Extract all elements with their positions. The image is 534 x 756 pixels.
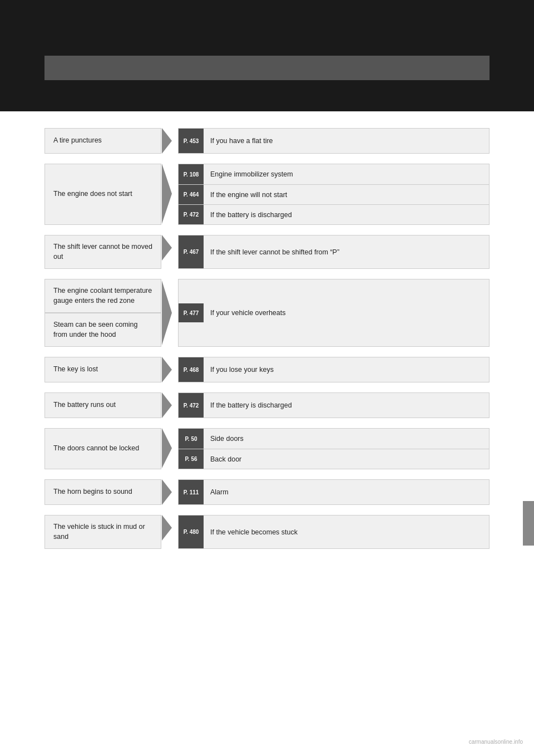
svg-marker-6	[162, 428, 172, 468]
right-text-shift-0: If the shift lever cannot be shifted fro…	[204, 235, 489, 268]
row-key: The key is lost P. 468 If you lose your …	[44, 357, 490, 382]
left-box-battery: The battery runs out	[44, 392, 161, 418]
page-badge-stuck-0: P. 480	[179, 516, 204, 548]
row-tire: A tire punctures P. 453 If you have a fl…	[44, 128, 490, 154]
svg-marker-8	[162, 515, 172, 541]
row-horn: The horn begins to sound P. 111 Alarm	[44, 479, 490, 505]
right-section-doors: P. 50 Side doors P. 56 Back door	[178, 428, 490, 469]
row-engine-start: The engine does not start P. 108 Engine …	[44, 164, 490, 225]
right-text-stuck-0: If the vehicle becomes stuck	[204, 516, 489, 548]
page-badge-engine-start-0: P. 108	[179, 164, 204, 184]
arrow-battery	[161, 392, 178, 418]
page-badge-doors-1: P. 56	[179, 449, 204, 469]
right-row-tire-0: P. 453 If you have a flat tire	[179, 129, 489, 153]
page-badge-horn-0: P. 111	[179, 480, 204, 504]
svg-marker-5	[162, 392, 172, 418]
arrow-engine-start	[161, 164, 178, 224]
page-badge-tire-0: P. 453	[179, 129, 204, 153]
left-box-tire: A tire punctures	[44, 128, 161, 154]
left-label-engine-start: The engine does not start	[53, 189, 132, 199]
row-stuck: The vehicle is stuck in mud or sand P. 4…	[44, 515, 490, 549]
left-box-coolant: The engine coolant temperature gauge ent…	[44, 279, 161, 313]
arrow-key	[161, 357, 178, 382]
arrow-stuck	[161, 515, 178, 541]
svg-marker-7	[162, 479, 172, 505]
right-section-shift: P. 467 If the shift lever cannot be shif…	[178, 235, 490, 269]
right-text-overheat: If your vehicle overheats	[204, 303, 489, 322]
left-label-doors: The doors cannot be locked	[53, 444, 139, 454]
page-badge-shift-0: P. 467	[179, 235, 204, 268]
left-label-horn: The horn begins to sound	[53, 487, 132, 497]
right-row-key-0: P. 468 If you lose your keys	[179, 357, 489, 382]
right-row-shift-0: P. 467 If the shift lever cannot be shif…	[179, 235, 489, 268]
right-text-engine-start-2: If the battery is discharged	[204, 205, 489, 224]
svg-marker-2	[162, 235, 172, 261]
left-label-tire: A tire punctures	[53, 136, 102, 146]
left-box-stuck: The vehicle is stuck in mud or sand	[44, 515, 161, 549]
page-badge-key-0: P. 468	[179, 357, 204, 382]
page-badge-overheat: P. 477	[179, 303, 204, 322]
page-tab	[523, 501, 534, 546]
watermark: carmanualsonline.info	[469, 739, 523, 745]
row-battery: The battery runs out P. 472 If the batte…	[44, 392, 490, 418]
right-section-horn: P. 111 Alarm	[178, 479, 490, 505]
left-label-key: The key is lost	[53, 365, 98, 375]
right-row-battery-0: P. 472 If the battery is discharged	[179, 393, 489, 418]
page-badge-doors-0: P. 50	[179, 429, 204, 449]
right-text-key-0: If you lose your keys	[204, 357, 489, 382]
row-shift: The shift lever cannot be moved out P. 4…	[44, 235, 490, 269]
right-text-doors-1: Back door	[204, 449, 489, 469]
svg-marker-4	[162, 357, 172, 382]
steam-label: Steam can be seen coming from under the …	[53, 320, 152, 340]
arrow-doors	[161, 428, 178, 468]
left-box-horn: The horn begins to sound	[44, 479, 161, 505]
page-badge-engine-start-2: P. 472	[179, 205, 204, 224]
right-row-engine-start-0: P. 108 Engine immobilizer system	[179, 164, 489, 184]
page-badge-engine-start-1: P. 464	[179, 185, 204, 204]
right-text-tire-0: If you have a flat tire	[204, 129, 489, 153]
right-row-engine-start-2: P. 472 If the battery is discharged	[179, 204, 489, 224]
coolant-label: The engine coolant temperature gauge ent…	[53, 286, 152, 306]
right-row-horn-0: P. 111 Alarm	[179, 480, 489, 504]
arrow-tire	[161, 128, 178, 154]
right-row-doors-1: P. 56 Back door	[179, 449, 489, 469]
header-box	[44, 56, 490, 80]
left-box-steam: Steam can be seen coming from under the …	[44, 313, 161, 347]
right-text-doors-0: Side doors	[204, 429, 489, 449]
arrow-overheat	[161, 279, 178, 347]
left-label-battery: The battery runs out	[53, 400, 116, 410]
right-section-tire: P. 453 If you have a flat tire	[178, 128, 490, 154]
right-row-engine-start-1: P. 464 If the engine will not start	[179, 184, 489, 204]
row-doors: The doors cannot be locked P. 50 Side do…	[44, 428, 490, 469]
main-content: A tire punctures P. 453 If you have a fl…	[44, 128, 490, 711]
row-overheat: The engine coolant temperature gauge ent…	[44, 279, 490, 347]
left-box-shift: The shift lever cannot be moved out	[44, 235, 161, 269]
right-text-horn-0: Alarm	[204, 480, 489, 504]
right-section-stuck: P. 480 If the vehicle becomes stuck	[178, 515, 490, 549]
right-section-engine-start: P. 108 Engine immobilizer system P. 464 …	[178, 164, 490, 225]
right-section-battery: P. 472 If the battery is discharged	[178, 392, 490, 418]
left-box-doors: The doors cannot be locked	[44, 428, 161, 469]
left-box-key: The key is lost	[44, 357, 161, 382]
right-overheat: P. 477 If your vehicle overheats	[178, 279, 490, 347]
svg-marker-0	[162, 128, 172, 154]
right-text-engine-start-0: Engine immobilizer system	[204, 164, 489, 184]
left-label-stuck: The vehicle is stuck in mud or sand	[53, 522, 152, 542]
left-merged-overheat: The engine coolant temperature gauge ent…	[44, 279, 161, 347]
left-box-engine-start: The engine does not start	[44, 164, 161, 225]
svg-marker-1	[162, 164, 172, 224]
right-text-battery-0: If the battery is discharged	[204, 393, 489, 418]
arrow-horn	[161, 479, 178, 505]
right-row-doors-0: P. 50 Side doors	[179, 429, 489, 449]
right-text-engine-start-1: If the engine will not start	[204, 185, 489, 204]
right-section-key: P. 468 If you lose your keys	[178, 357, 490, 382]
svg-marker-3	[162, 281, 172, 345]
arrow-shift	[161, 235, 178, 261]
page-badge-battery-0: P. 472	[179, 393, 204, 418]
left-label-shift: The shift lever cannot be moved out	[53, 242, 152, 262]
right-row-stuck-0: P. 480 If the vehicle becomes stuck	[179, 516, 489, 548]
